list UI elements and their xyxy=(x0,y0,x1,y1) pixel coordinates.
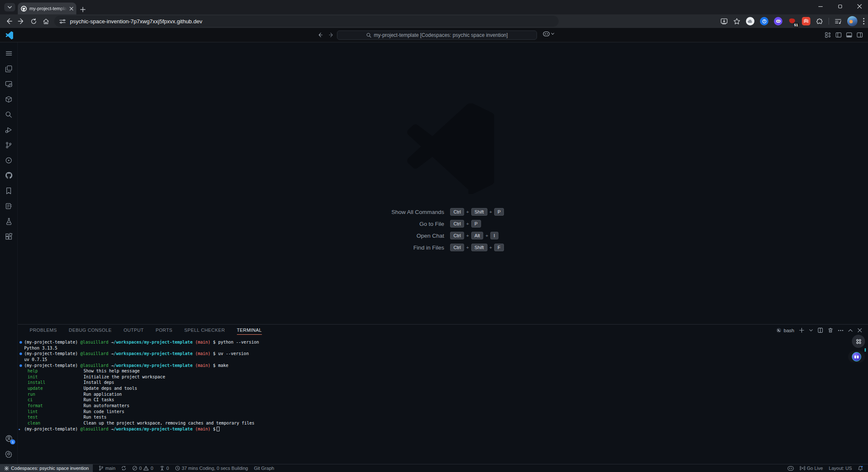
extension-todoist-icon[interactable] xyxy=(802,17,810,25)
run-debug-icon[interactable] xyxy=(0,122,17,137)
menu-icon[interactable] xyxy=(0,46,17,61)
command-decoration-icon[interactable] xyxy=(19,341,22,344)
extensions-puzzle-icon[interactable] xyxy=(816,18,823,25)
accounts-icon[interactable]: 1 xyxy=(0,431,17,446)
branch-label: main xyxy=(105,466,115,471)
new-terminal-icon[interactable] xyxy=(799,328,804,333)
extension-1password-icon[interactable] xyxy=(760,17,768,25)
tab-output[interactable]: OUTPUT xyxy=(124,325,144,336)
panel-header: PROBLEMS DEBUG CONSOLE OUTPUT PORTS SPEL… xyxy=(18,325,868,336)
sync-changes-item[interactable] xyxy=(121,466,126,471)
browser-tab[interactable]: my-project-template [Codespa xyxy=(18,3,76,14)
command-decoration-icon[interactable] xyxy=(19,364,22,367)
home-icon[interactable] xyxy=(40,16,51,27)
search-icon[interactable] xyxy=(0,107,17,122)
ports-item[interactable]: 0 xyxy=(159,466,169,471)
browser-menu-kebab-icon[interactable] xyxy=(863,18,865,25)
terminal-prompt-line[interactable]: ✦(my-project-template) @lasuillard →/wor… xyxy=(18,426,868,432)
address-bar[interactable]: psychic-space-invention-7p7xwg7xxj5fpxvx… xyxy=(54,16,559,27)
minimize-window-icon[interactable] xyxy=(818,4,823,9)
more-actions-icon[interactable] xyxy=(838,330,843,331)
bookmark-star-icon[interactable] xyxy=(733,18,740,25)
kill-terminal-icon[interactable] xyxy=(828,328,833,333)
settings-gear-icon[interactable] xyxy=(0,446,17,461)
extension-badge-count: 51 xyxy=(793,23,799,27)
terminal-line: (my-project-template) @lasuillard →/work… xyxy=(18,339,868,345)
sync-icon xyxy=(121,466,126,471)
issues-icon[interactable] xyxy=(0,153,17,168)
split-terminal-icon[interactable] xyxy=(818,328,823,333)
layout-item[interactable]: Layout: US xyxy=(829,466,852,471)
problems-item[interactable]: 0 0 xyxy=(132,466,153,471)
back-icon[interactable] xyxy=(3,16,14,27)
todo-tree-icon[interactable] xyxy=(0,198,17,214)
wakatime-item[interactable]: 37 mins Coding, 0 secs Building xyxy=(175,466,248,471)
git-graph-item[interactable]: Git Graph xyxy=(254,466,274,471)
github-icon[interactable] xyxy=(0,168,17,183)
remote-explorer-icon[interactable] xyxy=(0,76,17,92)
vscode-logo-icon xyxy=(5,31,13,39)
editor-welcome-area: Show All Commands Ctrl+ Shift+ P Go to F… xyxy=(18,42,868,324)
branch-item[interactable]: main xyxy=(99,466,115,471)
tab-close-icon[interactable] xyxy=(70,7,73,11)
customize-layout-icon[interactable] xyxy=(825,32,831,38)
bash-icon xyxy=(776,328,782,333)
tab-problems[interactable]: PROBLEMS xyxy=(30,325,57,336)
tab-terminal[interactable]: TERMINAL xyxy=(237,325,262,336)
copilot-menu-button[interactable] xyxy=(543,31,554,36)
search-icon xyxy=(366,33,371,38)
tab-ports[interactable]: PORTS xyxy=(156,325,172,336)
site-settings-icon[interactable] xyxy=(59,18,66,25)
reload-icon[interactable] xyxy=(28,16,39,27)
git-graph-label: Git Graph xyxy=(254,466,274,471)
toggle-panel-icon[interactable] xyxy=(846,32,852,38)
close-window-icon[interactable] xyxy=(857,4,862,9)
ai-assistant-floating-button[interactable] xyxy=(848,351,865,363)
forward-icon[interactable] xyxy=(16,16,27,27)
go-live-item[interactable]: Go Live xyxy=(800,466,823,471)
github-favicon-icon xyxy=(21,6,27,12)
shortcut-label: Find in Files xyxy=(18,244,444,252)
tab-debug-console[interactable]: DEBUG CONSOLE xyxy=(69,325,111,336)
tab-search-button[interactable] xyxy=(4,3,15,11)
install-app-icon[interactable] xyxy=(721,18,728,25)
extension-cloud-icon[interactable] xyxy=(746,17,754,25)
testing-icon[interactable] xyxy=(0,214,17,229)
command-decoration-icon[interactable] xyxy=(19,353,22,355)
quick-menu-floating-button[interactable] xyxy=(852,335,865,348)
status-bar: Codespaces: psychic space invention main… xyxy=(0,464,868,472)
tab-spell-checker[interactable]: SPELL CHECKER xyxy=(184,325,225,336)
new-tab-button[interactable] xyxy=(80,7,86,12)
warnings-count: 0 xyxy=(150,466,153,471)
titlebar-back-icon[interactable] xyxy=(317,32,323,38)
key-chip: P xyxy=(471,220,481,228)
key-plus: + xyxy=(466,221,469,226)
terminal-dropdown-icon[interactable] xyxy=(809,329,813,332)
source-control-icon[interactable] xyxy=(0,137,17,153)
layout-label: Layout: US xyxy=(829,466,852,471)
browser-tab-title: my-project-template [Codespa xyxy=(29,6,67,11)
container-icon[interactable] xyxy=(0,92,17,107)
bookmarks-icon[interactable] xyxy=(0,183,17,198)
toggle-secondary-sidebar-icon[interactable] xyxy=(857,32,863,38)
explorer-icon[interactable] xyxy=(0,61,17,76)
titlebar-forward-icon[interactable] xyxy=(328,32,334,38)
shortcut-label: Show All Commands xyxy=(18,208,444,217)
shortcut-label: Open Chat xyxy=(18,232,444,240)
extensions-icon[interactable] xyxy=(0,229,17,244)
extension-robot-icon[interactable] xyxy=(774,17,782,25)
media-controls-icon[interactable] xyxy=(835,18,842,25)
command-center-search[interactable]: my-project-template [Codespaces: psychic… xyxy=(337,31,537,40)
remote-indicator[interactable]: Codespaces: psychic space invention xyxy=(0,464,93,472)
notifications-item[interactable] xyxy=(858,466,863,471)
extension-red-badge-icon[interactable]: 51 xyxy=(788,17,796,25)
copilot-status-item[interactable] xyxy=(787,466,794,471)
terminal-shell-item[interactable]: bash xyxy=(776,328,794,333)
maximize-window-icon[interactable] xyxy=(837,4,843,9)
close-panel-icon[interactable] xyxy=(857,328,862,333)
toggle-primary-sidebar-icon[interactable] xyxy=(835,32,842,38)
terminal-line: (my-project-template) @lasuillard →/work… xyxy=(18,363,868,369)
maximize-panel-icon[interactable] xyxy=(848,329,853,332)
window-controls xyxy=(818,4,862,9)
profile-avatar[interactable] xyxy=(847,16,857,26)
